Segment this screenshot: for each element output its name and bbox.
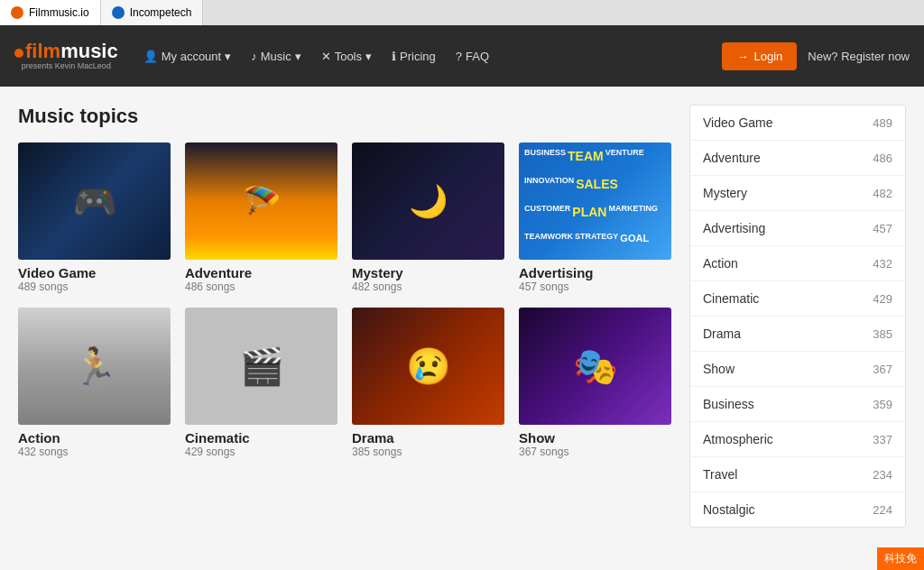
sidebar-item-count-cinematic: 429 (873, 292, 892, 306)
topic-count-show: 367 songs (519, 446, 671, 458)
incompetech-favicon (112, 6, 125, 19)
nav-account[interactable]: 👤 My account ▾ (136, 44, 238, 69)
ad-word: VENTURE (605, 148, 644, 159)
topic-name-adventure: Adventure (185, 265, 337, 280)
sidebar-item-travel[interactable]: Travel234 (690, 457, 905, 492)
nav-pricing-label: Pricing (400, 50, 436, 63)
topic-count-mystery: 482 songs (352, 280, 504, 293)
topic-card-mystery[interactable]: Mystery482 songs (352, 142, 504, 293)
navbar-left: filmmusic presents Kevin MacLeod 👤 My ac… (14, 41, 496, 70)
topic-card-cinematic[interactable]: Cinematic429 songs (185, 308, 337, 458)
topic-name-mystery: Mystery (352, 265, 504, 280)
logo-dot (14, 49, 23, 58)
sidebar-item-count-videogame: 489 (873, 116, 892, 130)
login-button[interactable]: → Login (722, 42, 797, 70)
sidebar-list: Video Game489Adventure486Mystery482Adver… (689, 105, 906, 528)
sidebar-item-count-atmospheric: 337 (873, 433, 892, 446)
sidebar-item-name-show: Show (703, 362, 735, 376)
sidebar-item-cinematic[interactable]: Cinematic429 (690, 281, 905, 317)
sidebar-item-action[interactable]: Action432 (690, 246, 905, 281)
topic-name-advertising: Advertising (519, 265, 671, 280)
sidebar-item-name-travel: Travel (703, 467, 737, 482)
logo-text: filmmusic (14, 41, 118, 61)
ad-word: INNOVATION (524, 176, 574, 187)
music-dropdown-icon: ▾ (295, 50, 301, 63)
tab-incompetech-label: Incompetech (130, 6, 192, 19)
topic-card-drama[interactable]: Drama385 songs (352, 308, 504, 458)
nav-links: 👤 My account ▾ ♪ Music ▾ ✕ Tools ▾ ℹ Pri… (136, 44, 496, 69)
sidebar-item-count-nostalgic: 224 (873, 503, 892, 517)
topic-name-show: Show (519, 430, 671, 446)
tab-incompetech[interactable]: Incompetech (101, 0, 204, 25)
sidebar-item-count-business: 359 (873, 398, 892, 411)
nav-pricing[interactable]: ℹ Pricing (384, 44, 443, 69)
sidebar-item-name-adventure: Adventure (703, 151, 761, 165)
nav-faq[interactable]: ? FAQ (448, 44, 496, 69)
topic-image-advertising: BUSINESSTEAMVENTUREINNOVATIONSALESCUSTOM… (519, 142, 671, 260)
sidebar-item-name-business: Business (703, 397, 754, 411)
sidebar-item-count-drama: 385 (873, 327, 892, 341)
topic-name-drama: Drama (352, 430, 504, 446)
topic-card-action[interactable]: Action432 songs (18, 308, 171, 458)
sidebar-item-name-nostalgic: Nostalgic (703, 502, 755, 517)
topic-image-show (519, 308, 671, 425)
topic-name-cinematic: Cinematic (185, 430, 337, 446)
nav-music[interactable]: ♪ Music ▾ (244, 44, 308, 69)
sidebar-item-count-action: 432 (873, 257, 892, 271)
ad-word: MARKETING (608, 204, 658, 215)
sidebar-item-advertising[interactable]: Advertising457 (690, 211, 905, 246)
topic-count-advertising: 457 songs (519, 280, 671, 293)
sidebar-item-show[interactable]: Show367 (690, 352, 905, 387)
tools-dropdown-icon: ▾ (365, 50, 372, 63)
ad-word: PLAN (572, 204, 606, 220)
topic-image-adventure (185, 142, 337, 260)
logo[interactable]: filmmusic presents Kevin MacLeod (14, 41, 118, 70)
music-icon: ♪ (251, 50, 257, 63)
browser-tabs-bar: Filmmusic.io Incompetech (0, 0, 924, 25)
ad-word: BUSINESS (524, 148, 566, 159)
sidebar-item-videogame[interactable]: Video Game489 (690, 106, 905, 141)
ad-word: GOAL (620, 232, 649, 244)
navbar: filmmusic presents Kevin MacLeod 👤 My ac… (0, 25, 924, 87)
main-content: Music topics Video Game489 songsAdventur… (0, 87, 924, 546)
account-icon: 👤 (143, 50, 158, 63)
sidebar-item-atmospheric[interactable]: Atmospheric337 (690, 422, 905, 457)
sidebar-item-count-travel: 234 (873, 468, 892, 482)
sidebar-item-count-advertising: 457 (873, 222, 892, 235)
register-text: New? Register now (808, 50, 910, 63)
topic-image-mystery (352, 142, 504, 260)
topic-card-videogame[interactable]: Video Game489 songs (18, 142, 171, 293)
topic-card-show[interactable]: Show367 songs (519, 308, 671, 458)
logo-sub: presents Kevin MacLeod (14, 61, 118, 70)
tab-filmmusic[interactable]: Filmmusic.io (0, 0, 101, 25)
topic-name-action: Action (18, 430, 171, 446)
sidebar-item-count-mystery: 482 (873, 187, 892, 200)
ad-word: CUSTOMER (524, 204, 570, 215)
sidebar-item-count-show: 367 (873, 363, 892, 376)
tab-filmmusic-label: Filmmusic.io (29, 6, 89, 19)
topic-count-cinematic: 429 songs (185, 446, 337, 458)
sidebar-item-nostalgic[interactable]: Nostalgic224 (690, 492, 905, 527)
nav-faq-label: FAQ (466, 50, 489, 63)
login-label: Login (753, 50, 782, 63)
topic-card-adventure[interactable]: Adventure486 songs (185, 142, 337, 293)
nav-tools[interactable]: ✕ Tools ▾ (314, 44, 379, 69)
sidebar-item-business[interactable]: Business359 (690, 387, 905, 422)
topic-name-videogame: Video Game (18, 265, 171, 280)
sidebar-item-name-videogame: Video Game (703, 115, 773, 130)
sidebar-item-name-atmospheric: Atmospheric (703, 432, 773, 446)
nav-account-label: My account (162, 50, 221, 63)
topic-image-cinematic (185, 308, 337, 425)
ad-word: STRATEGY (575, 232, 618, 243)
account-dropdown-icon: ▾ (225, 50, 231, 63)
topic-image-videogame (18, 142, 171, 260)
pricing-info-icon: ℹ (392, 50, 396, 63)
tools-icon: ✕ (321, 50, 331, 63)
sidebar-item-name-mystery: Mystery (703, 186, 747, 200)
topics-section: Music topics Video Game489 songsAdventur… (18, 105, 671, 528)
sidebar-item-adventure[interactable]: Adventure486 (690, 141, 905, 176)
sidebar-item-name-advertising: Advertising (703, 221, 765, 235)
sidebar-item-mystery[interactable]: Mystery482 (690, 176, 905, 211)
sidebar-item-drama[interactable]: Drama385 (690, 317, 905, 352)
topic-card-advertising[interactable]: BUSINESSTEAMVENTUREINNOVATIONSALESCUSTOM… (519, 142, 671, 293)
